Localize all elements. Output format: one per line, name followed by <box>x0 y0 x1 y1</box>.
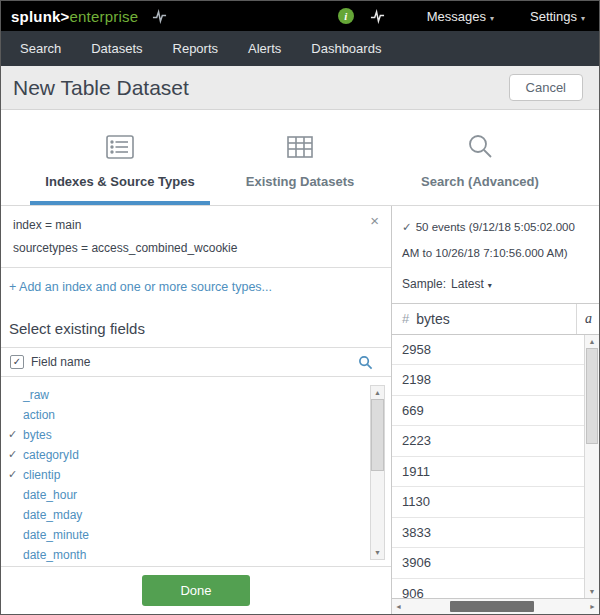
index-selection-card: index = main sourcetypes = access_combin… <box>1 206 391 268</box>
column-divider <box>576 304 577 334</box>
magnifier-icon <box>464 130 496 164</box>
table-cell[interactable]: 1911 <box>392 457 584 488</box>
field-item[interactable]: ✓ date_mday <box>1 505 363 525</box>
table-cell[interactable]: 906 <box>392 579 584 598</box>
table-cell[interactable]: 2198 <box>392 365 584 396</box>
column-name: bytes <box>416 311 449 327</box>
left-footer: Done <box>1 566 391 614</box>
activity-icon[interactable] <box>152 9 167 24</box>
table-cell[interactable]: 2958 <box>392 335 584 366</box>
scrollbar-track[interactable] <box>585 348 599 585</box>
field-item[interactable]: ✓ action <box>1 405 363 425</box>
tab-search-advanced[interactable]: Search (Advanced) <box>390 110 570 205</box>
check-icon: ✓ <box>8 428 17 441</box>
check-icon: ✓ <box>8 448 17 461</box>
sample-dropdown[interactable]: Latest▾ <box>451 277 492 291</box>
tab-indexes-source-types[interactable]: Indexes & Source Types <box>30 110 210 205</box>
settings-label: Settings <box>530 9 577 24</box>
tab-label: Existing Datasets <box>246 174 354 189</box>
logo-text-enterprise: enterprise <box>70 8 139 25</box>
left-panel: index = main sourcetypes = access_combin… <box>1 206 391 614</box>
table-cell[interactable]: 1130 <box>392 487 584 518</box>
field-name: date_minute <box>23 528 89 542</box>
scroll-down-icon[interactable]: ▼ <box>585 585 599 598</box>
tab-existing-datasets[interactable]: Existing Datasets <box>210 110 390 205</box>
settings-menu[interactable]: Settings▾ <box>530 9 585 24</box>
scrollbar-thumb[interactable] <box>450 601 534 612</box>
table-cell[interactable]: 3833 <box>392 518 584 549</box>
tab-label: Indexes & Source Types <box>45 174 194 189</box>
cancel-button[interactable]: Cancel <box>509 74 583 101</box>
messages-menu[interactable]: Messages▾ <box>427 9 494 24</box>
field-item[interactable]: ✓ date_minute <box>1 525 363 545</box>
add-index-link[interactable]: + Add an index and one or more source ty… <box>1 268 391 304</box>
info-icon[interactable]: i <box>338 8 354 24</box>
caret-down-icon: ▾ <box>490 14 494 23</box>
scroll-up-icon[interactable]: ▲ <box>585 335 599 348</box>
table-cell[interactable]: 669 <box>392 396 584 427</box>
page-header: New Table Dataset Cancel <box>1 66 599 110</box>
logo-text-splunk: splunk> <box>11 8 70 25</box>
nav-item[interactable]: Datasets <box>76 31 157 66</box>
dataset-source-tabs: Indexes & Source Types Existing Datasets… <box>1 110 599 206</box>
list-box-icon <box>104 130 136 164</box>
nav-item[interactable]: Alerts <box>233 31 296 66</box>
filter-label: Field name <box>31 355 90 369</box>
main-content: index = main sourcetypes = access_combin… <box>1 206 599 614</box>
horizontal-scrollbar[interactable]: ◄ ► <box>392 598 599 614</box>
preview-rows: 2958 2198 669 2223 1911 1130 3833 3906 <box>392 335 599 598</box>
events-summary: 50 events (9/12/18 5:05:02.000 AM to 10/… <box>402 221 575 259</box>
field-name: bytes <box>23 428 52 442</box>
search-icon[interactable] <box>358 355 373 370</box>
check-icon: ✓ <box>8 468 17 481</box>
field-item[interactable]: ✓ date_hour <box>1 485 363 505</box>
scrollbar-thumb[interactable] <box>371 399 384 471</box>
check-icon: ✓ <box>402 221 412 233</box>
messages-label: Messages <box>427 9 486 24</box>
field-name: action <box>23 408 55 422</box>
field-list-scrollbar[interactable]: ▲ ▼ <box>370 385 385 560</box>
field-item[interactable]: ✓ clientip <box>1 465 363 485</box>
done-button[interactable]: Done <box>142 575 249 606</box>
field-name: categoryId <box>23 448 79 462</box>
scroll-right-icon[interactable]: ► <box>589 600 596 614</box>
field-item[interactable]: ✓ categoryId <box>1 445 363 465</box>
field-list: ✓ _raw ✓ action ✓ bytes <box>1 377 391 566</box>
sourcetypes-line: sourcetypes = access_combined_wcookie <box>13 241 379 255</box>
preview-scrollbar[interactable]: ▲ ▼ <box>584 335 599 598</box>
nav-item[interactable]: Search <box>5 31 76 66</box>
events-summary-line: ✓50 events (9/12/18 5:05:02.000 AM to 10… <box>402 214 589 267</box>
nav-item[interactable]: Reports <box>158 31 234 66</box>
table-cell[interactable]: 3906 <box>392 548 584 579</box>
caret-down-icon: ▾ <box>488 281 492 290</box>
field-name: clientip <box>23 468 60 482</box>
string-type-icon: a <box>585 311 592 327</box>
scrollbar-thumb[interactable] <box>586 348 598 444</box>
topbar-right-group: i Messages▾ Settings▾ <box>338 8 589 24</box>
column-header-bytes[interactable]: # bytes a <box>392 304 599 335</box>
table-cell[interactable]: 2223 <box>392 426 584 457</box>
sample-value: Latest <box>451 277 484 291</box>
field-name: _raw <box>23 388 49 402</box>
close-icon[interactable]: × <box>370 214 379 228</box>
scroll-down-icon[interactable]: ▼ <box>371 546 384 559</box>
sample-row: Sample:Latest▾ <box>402 277 589 291</box>
index-line: index = main <box>13 218 379 232</box>
preview-panel: ✓50 events (9/12/18 5:05:02.000 AM to 10… <box>391 206 599 614</box>
splunk-logo[interactable]: splunk>enterprise <box>11 8 138 25</box>
field-name-checkbox[interactable]: ✓ <box>10 355 24 369</box>
field-item[interactable]: ✓ bytes <box>1 425 363 445</box>
field-item[interactable]: ✓ _raw <box>1 385 363 405</box>
app-nav: Search Datasets Reports Alerts Dashboard… <box>1 31 599 66</box>
scrollbar-track[interactable] <box>371 399 384 546</box>
field-item[interactable]: ✓ date_month <box>1 545 363 565</box>
tab-label: Search (Advanced) <box>421 174 539 189</box>
topbar: splunk>enterprise i Messages▾ Settings▾ <box>1 1 599 31</box>
events-info: ✓50 events (9/12/18 5:05:02.000 AM to 10… <box>392 206 599 304</box>
field-name: date_mday <box>23 508 82 522</box>
scroll-left-icon[interactable]: ◄ <box>395 600 402 614</box>
field-name: date_hour <box>23 488 77 502</box>
activity-icon[interactable] <box>370 9 385 24</box>
scroll-up-icon[interactable]: ▲ <box>371 386 384 399</box>
nav-item[interactable]: Dashboards <box>296 31 396 66</box>
